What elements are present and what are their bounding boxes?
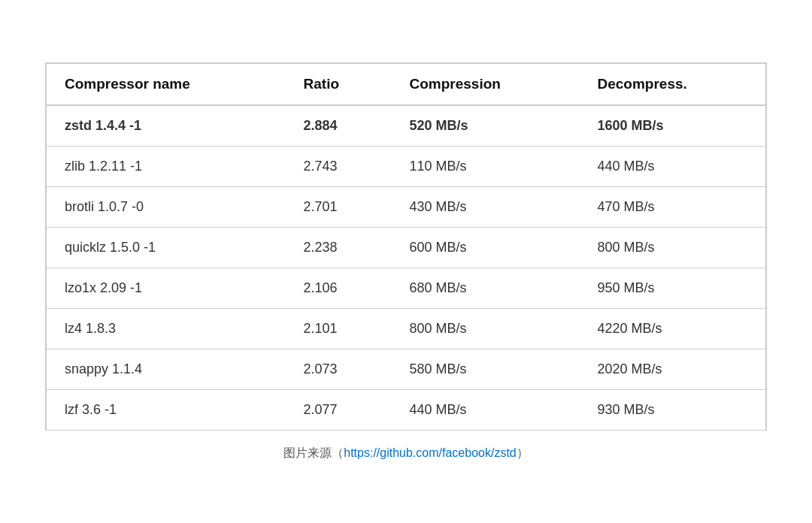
table-row: zstd 1.4.4 -12.884520 MB/s1600 MB/s: [46, 105, 766, 147]
cell-compression: 600 MB/s: [391, 227, 579, 268]
cell-ratio: 2.884: [286, 105, 392, 147]
cell-compression: 580 MB/s: [391, 349, 579, 389]
header-decompression: Decompress.: [580, 63, 766, 105]
cell-compressor-name: lzf 3.6 -1: [46, 389, 286, 430]
cell-decompression: 4220 MB/s: [580, 308, 766, 349]
cell-ratio: 2.106: [286, 268, 392, 308]
table-header-row: Compressor name Ratio Compression Decomp…: [46, 63, 766, 105]
header-compressor-name: Compressor name: [46, 63, 286, 105]
header-compression: Compression: [391, 63, 579, 105]
cell-decompression: 930 MB/s: [580, 389, 766, 430]
table-row: lzf 3.6 -12.077440 MB/s930 MB/s: [46, 389, 766, 430]
cell-decompression: 800 MB/s: [580, 227, 766, 268]
cell-compressor-name: brotli 1.0.7 -0: [46, 186, 286, 227]
cell-compressor-name: quicklz 1.5.0 -1: [46, 227, 286, 268]
footer-link[interactable]: https://github.com/facebook/zstd: [344, 446, 516, 459]
cell-compression: 110 MB/s: [391, 146, 579, 186]
table-row: zlib 1.2.11 -12.743110 MB/s440 MB/s: [46, 146, 766, 186]
cell-compression: 520 MB/s: [391, 105, 579, 147]
cell-ratio: 2.101: [286, 308, 392, 349]
table-row: quicklz 1.5.0 -12.238600 MB/s800 MB/s: [46, 227, 766, 268]
cell-compression: 800 MB/s: [391, 308, 579, 349]
cell-decompression: 950 MB/s: [580, 268, 766, 308]
cell-compression: 430 MB/s: [391, 186, 579, 227]
cell-decompression: 470 MB/s: [580, 186, 766, 227]
cell-compressor-name: zlib 1.2.11 -1: [46, 146, 286, 186]
cell-compression: 680 MB/s: [391, 268, 579, 308]
cell-compressor-name: lzo1x 2.09 -1: [46, 268, 286, 308]
table-row: snappy 1.1.42.073580 MB/s2020 MB/s: [46, 349, 766, 389]
footer-prefix: 图片来源（: [283, 446, 344, 459]
cell-ratio: 2.701: [286, 186, 392, 227]
cell-decompression: 2020 MB/s: [580, 349, 766, 389]
header-ratio: Ratio: [286, 63, 392, 105]
table-container: Compressor name Ratio Compression Decomp…: [45, 62, 767, 461]
cell-ratio: 2.077: [286, 389, 392, 430]
compression-table: Compressor name Ratio Compression Decomp…: [45, 62, 767, 431]
table-row: lz4 1.8.32.101800 MB/s4220 MB/s: [46, 308, 766, 349]
cell-compressor-name: lz4 1.8.3: [46, 308, 286, 349]
cell-compressor-name: zstd 1.4.4 -1: [46, 105, 286, 147]
cell-ratio: 2.238: [286, 227, 392, 268]
cell-decompression: 440 MB/s: [580, 146, 766, 186]
table-row: lzo1x 2.09 -12.106680 MB/s950 MB/s: [46, 268, 766, 308]
cell-decompression: 1600 MB/s: [580, 105, 766, 147]
footer: 图片来源（https://github.com/facebook/zstd）: [45, 446, 767, 461]
table-row: brotli 1.0.7 -02.701430 MB/s470 MB/s: [46, 186, 766, 227]
footer-suffix: ）: [517, 446, 529, 459]
cell-ratio: 2.743: [286, 146, 392, 186]
cell-compression: 440 MB/s: [391, 389, 579, 430]
cell-compressor-name: snappy 1.1.4: [46, 349, 286, 389]
cell-ratio: 2.073: [286, 349, 392, 389]
